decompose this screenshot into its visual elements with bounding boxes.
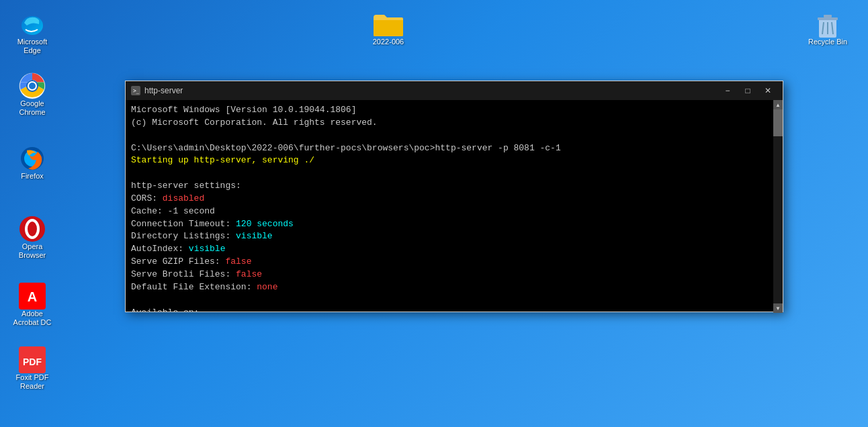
svg-text:>_: >_ (133, 88, 139, 94)
cmd-titlebar-left: >_ http-server (131, 86, 183, 95)
folder-icon (372, 11, 404, 38)
cmd-titlebar: >_ http-server − □ ✕ (126, 81, 783, 100)
scroll-up-arrow[interactable]: ▲ (773, 100, 783, 109)
firefox-label: Firefox (21, 172, 44, 181)
line-blank-2 (131, 167, 769, 180)
desktop-icon-microsoft-edge[interactable]: Microsoft Edge (5, 7, 59, 59)
line-starting: Starting up http-server, serving ./ (131, 154, 769, 167)
cmd-window: >_ http-server − □ ✕ Microsoft Windows [… (125, 81, 783, 312)
scroll-thumb[interactable] (773, 109, 783, 136)
desktop-icon-opera[interactable]: Opera Browser (5, 211, 59, 264)
svg-point-5 (29, 83, 36, 89)
line-brotli: Serve Brotli Files: false (131, 269, 769, 281)
svg-rect-15 (818, 17, 838, 20)
svg-text:A: A (28, 289, 37, 304)
line-blank-3 (131, 294, 769, 307)
recycle-bin-icon (815, 11, 840, 38)
cmd-scrollbar: ▲ ▼ (773, 100, 783, 313)
cmd-titlebar-controls: − □ ✕ (718, 84, 777, 97)
google-chrome-label: Google Chrome (19, 99, 45, 117)
desktop-icon-firefox[interactable]: Firefox (5, 141, 59, 185)
opera-label: Opera Browser (19, 242, 46, 260)
line-available: Available on: (131, 307, 769, 312)
recycle-bin-label: Recycle Bin (808, 38, 847, 46)
cmd-content: Microsoft Windows [Version 10.0.19044.18… (126, 100, 783, 312)
minimize-button[interactable]: − (718, 84, 737, 97)
adobe-acrobat-label: Adobe Acrobat DC (13, 310, 52, 327)
adobe-acrobat-icon: A (19, 283, 46, 310)
line-cache: Cache: -1 second (131, 205, 769, 218)
desktop-icon-adobe-acrobat[interactable]: A Adobe Acrobat DC (5, 279, 59, 331)
desktop-icon-google-chrome[interactable]: Google Chrome (5, 68, 59, 121)
cmd-window-title: http-server (144, 86, 183, 95)
line-cmd: C:\Users\admin\Desktop\2022-006\further-… (131, 142, 769, 155)
desktop-icon-folder-2022-006[interactable]: 2022-006 (361, 7, 415, 50)
scroll-down-arrow[interactable]: ▼ (773, 303, 783, 313)
line-gzip: Serve GZIP Files: false (131, 256, 769, 269)
svg-rect-16 (824, 15, 832, 17)
close-button[interactable]: ✕ (758, 84, 777, 97)
foxit-label: Foxit PDF Reader (16, 373, 49, 391)
microsoft-edge-icon (19, 11, 46, 38)
google-chrome-icon (19, 73, 46, 99)
line-dirlist: Directory Listings: visible (131, 230, 769, 243)
cmd-window-icon: >_ (131, 86, 140, 95)
line-2: (c) Microsoft Corporation. All rights re… (131, 117, 769, 130)
desktop-icon-recycle-bin[interactable]: Recycle Bin (801, 7, 855, 50)
svg-text:PDF: PDF (23, 357, 42, 367)
maximize-button[interactable]: □ (738, 84, 757, 97)
line-1: Microsoft Windows [Version 10.0.19044.18… (131, 104, 769, 117)
microsoft-edge-label: Microsoft Edge (17, 38, 48, 55)
line-blank-1 (131, 130, 769, 142)
line-autoindex: AutoIndex: visible (131, 243, 769, 256)
scroll-track[interactable] (773, 109, 783, 303)
line-cors: CORS: disabled (131, 193, 769, 205)
folder-label: 2022-006 (373, 38, 404, 46)
firefox-icon (19, 145, 46, 172)
line-settings: http-server settings: (131, 180, 769, 193)
line-ext: Default File Extension: none (131, 281, 769, 294)
foxit-icon: PDF (19, 346, 46, 373)
line-timeout: Connection Timeout: 120 seconds (131, 218, 769, 231)
opera-icon (19, 216, 46, 242)
desktop-icon-foxit[interactable]: PDF Foxit PDF Reader (5, 342, 59, 395)
